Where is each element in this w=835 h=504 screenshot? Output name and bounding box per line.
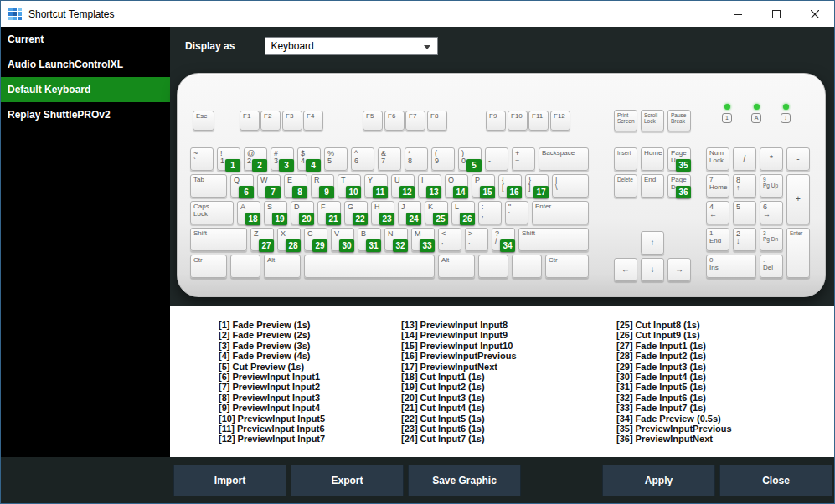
keyboard-key-[interactable]: * (760, 147, 783, 171)
keyboard-key-enter[interactable]: Enter (532, 201, 589, 224)
keyboard-key-f1[interactable]: F1 (240, 111, 260, 131)
save-graphic-button[interactable]: Save Graphic (408, 465, 521, 496)
keyboard-key-f11[interactable]: F11 (528, 111, 549, 131)
apply-button[interactable]: Apply (602, 465, 715, 496)
keyboard-key-b[interactable]: B31 (358, 228, 381, 251)
keyboard-key-c[interactable]: C29 (304, 228, 327, 251)
import-button[interactable]: Import (173, 465, 286, 496)
keyboard-key-f4[interactable]: F4 (303, 111, 323, 131)
keyboard-key-f2[interactable]: F2 (260, 111, 281, 131)
keyboard-key-6[interactable]: ^ 6 (351, 147, 374, 171)
keyboard-key-5[interactable]: 5 (733, 201, 756, 224)
keyboard-key-del[interactable]: . Del (760, 255, 783, 278)
keyboard-key-7-home[interactable]: 7 Home (706, 174, 729, 198)
keyboard-key-a[interactable]: A18 (237, 201, 260, 224)
keyboard-key-f5[interactable]: F5 (363, 111, 383, 131)
maximize-button[interactable] (757, 1, 796, 27)
keyboard-key-[interactable]: + = (512, 147, 535, 171)
keyboard-key-z[interactable]: Z27 (250, 228, 274, 251)
close-button[interactable] (796, 1, 834, 27)
keyboard-key-page-up[interactable]: Page Up35 (667, 147, 691, 171)
keyboard-key-[interactable]: ~ ` (190, 147, 214, 171)
keyboard-key-f7[interactable]: F7 (405, 111, 425, 131)
keyboard-key-insert[interactable]: Insert (614, 147, 637, 171)
keyboard-key-k[interactable]: K25 (425, 201, 448, 224)
keyboard-key-delete[interactable]: Delete (614, 174, 637, 198)
keyboard-key-alt[interactable]: Alt (264, 255, 301, 278)
keyboard-key-7[interactable]: & 7 (378, 147, 401, 171)
keyboard-key-x[interactable]: X28 (277, 228, 301, 251)
keyboard-key-l[interactable]: L26 (451, 201, 475, 224)
keyboard-key-8[interactable]: 8 ↑ (733, 174, 756, 198)
keyboard-key-0[interactable]: ) 05 (458, 147, 482, 171)
keyboard-key-[interactable]: ← (614, 258, 637, 281)
keyboard-key-e[interactable]: E8 (284, 174, 307, 198)
keyboard-key-ctr[interactable]: Ctr (545, 255, 589, 278)
keyboard-key-u[interactable]: U12 (391, 174, 415, 198)
keyboard-key-f12[interactable]: F12 (550, 111, 570, 131)
keyboard-key-[interactable]: _ - (485, 147, 508, 171)
keyboard-key-q[interactable]: Q6 (230, 174, 254, 198)
keyboard-key-page-down[interactable]: Page Down36 (667, 174, 691, 198)
keyboard-key-ctr[interactable]: Ctr (190, 255, 227, 278)
keyboard-key-o[interactable]: O14 (445, 174, 468, 198)
keyboard-key-scroll-lock[interactable]: Scroll Lock (641, 110, 664, 131)
keyboard-key-[interactable]: > . (465, 228, 488, 251)
keyboard-key-d[interactable]: D20 (291, 201, 314, 224)
keyboard-key-n[interactable]: N32 (384, 228, 408, 251)
keyboard-key-enter[interactable]: Enter (786, 228, 810, 278)
keyboard-key-2[interactable]: 2 ↓ (733, 228, 756, 251)
keyboard-key-[interactable]: } ]17 (525, 174, 549, 198)
keyboard-key-1[interactable]: ! 11 (217, 147, 240, 171)
keyboard-key-p[interactable]: P15 (472, 174, 495, 198)
keyboard-key-[interactable]: | \ (552, 174, 589, 198)
keyboard-key-[interactable]: / (733, 147, 756, 171)
keyboard-key-6[interactable]: 6 → (760, 201, 783, 224)
keyboard-key-t[interactable]: T10 (338, 174, 361, 198)
keyboard-key-home[interactable]: Home (641, 147, 664, 171)
keyboard-key-3[interactable]: # 33 (271, 147, 294, 171)
sidebar-item-replay-shuttleprov2[interactable]: Replay ShuttlePROv2 (1, 102, 170, 127)
keyboard-key-j[interactable]: J24 (398, 201, 421, 224)
keyboard-key-9-pg-up[interactable]: 9 Pg Up (760, 174, 783, 198)
keyboard-key-backspace[interactable]: Backspace (539, 147, 589, 171)
keyboard-key[interactable] (304, 255, 435, 278)
keyboard-key-[interactable]: : ; (478, 201, 502, 224)
keyboard-key-5[interactable]: % 5 (324, 147, 348, 171)
keyboard-key-w[interactable]: W7 (257, 174, 281, 198)
sidebar-item-audio-launchcontrolxl[interactable]: Audio LaunchControlXL (1, 52, 170, 77)
sidebar-item-current[interactable]: Current (1, 27, 170, 52)
keyboard-key-v[interactable]: V30 (331, 228, 354, 251)
keyboard-key-shift[interactable]: Shift (518, 228, 589, 251)
keyboard-key-f9[interactable]: F9 (486, 111, 506, 131)
keyboard-key-8[interactable]: * 8 (405, 147, 428, 171)
keyboard-key[interactable] (478, 255, 508, 278)
keyboard-key-h[interactable]: H23 (371, 201, 394, 224)
keyboard-key-g[interactable]: G22 (344, 201, 368, 224)
keyboard-key-[interactable]: + (786, 174, 810, 224)
keyboard-key-[interactable]: " ' (505, 201, 528, 224)
keyboard-key-9[interactable]: ( 9 (431, 147, 455, 171)
keyboard-key-end[interactable]: End (641, 174, 664, 198)
export-button[interactable]: Export (291, 465, 404, 496)
sidebar-item-default-keyboard[interactable]: Default Keyboard (1, 77, 170, 102)
keyboard-key-f[interactable]: F21 (317, 201, 341, 224)
keyboard-key-m[interactable]: M33 (411, 228, 435, 251)
keyboard-key-print-screen[interactable]: Print Screen (614, 110, 637, 131)
keyboard-key-[interactable]: - (786, 147, 810, 171)
keyboard-key-pause-break[interactable]: Pause Break (667, 110, 691, 131)
keyboard-key-num-lock[interactable]: Num Lock (706, 147, 729, 171)
keyboard-key-2[interactable]: @ 22 (244, 147, 267, 171)
keyboard-key-f8[interactable]: F8 (427, 111, 447, 131)
minimize-button[interactable] (719, 1, 757, 27)
keyboard-key-f10[interactable]: F10 (508, 111, 528, 131)
keyboard-key-shift[interactable]: Shift (190, 228, 247, 251)
keyboard-key-caps-lock[interactable]: Caps Lock (190, 201, 234, 224)
keyboard-key-[interactable]: { [16 (498, 174, 522, 198)
keyboard-key-esc[interactable]: Esc (193, 111, 214, 131)
keyboard-key-[interactable]: < , (438, 228, 461, 251)
keyboard-key-[interactable]: ? /34 (492, 228, 515, 251)
keyboard-key-y[interactable]: Y11 (364, 174, 388, 198)
keyboard-key-alt[interactable]: Alt (438, 255, 475, 278)
keyboard-key-f6[interactable]: F6 (384, 111, 405, 131)
